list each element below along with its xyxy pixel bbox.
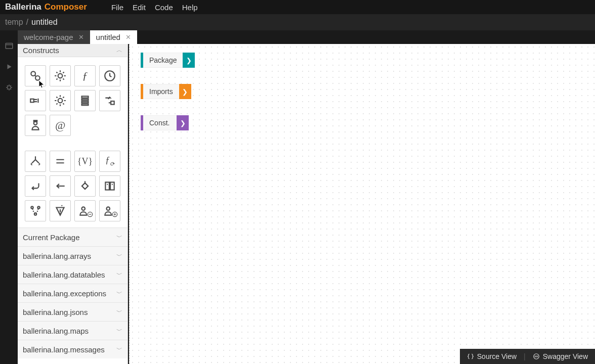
throw-icon[interactable] bbox=[50, 200, 71, 221]
svg-rect-0 bbox=[6, 43, 13, 49]
menu-code[interactable]: Code bbox=[155, 3, 173, 12]
equals-icon[interactable] bbox=[50, 151, 71, 172]
source-view-label: Source View bbox=[477, 352, 517, 360]
annotation-icon[interactable]: @ bbox=[50, 115, 71, 136]
svg-point-7 bbox=[58, 99, 63, 103]
svg-point-23 bbox=[107, 207, 110, 210]
activity-bar bbox=[0, 44, 18, 364]
accordion-maps[interactable]: ballerina.lang.maps﹀ bbox=[18, 321, 128, 340]
svg-rect-14 bbox=[34, 120, 37, 121]
chevron-right-icon[interactable]: ❯ bbox=[177, 115, 189, 130]
worker-receive-icon[interactable] bbox=[99, 200, 120, 221]
svg-rect-9 bbox=[82, 99, 89, 101]
top-menu-bar: Ballerina Composer File Edit Code Help bbox=[0, 0, 595, 14]
tab-welcome-page[interactable]: welcome-page ✕ bbox=[18, 30, 90, 44]
breadcrumb: temp / untitled bbox=[0, 14, 595, 30]
svg-rect-12 bbox=[111, 101, 114, 105]
accordion-arrays[interactable]: ballerina.lang.arrays﹀ bbox=[18, 246, 128, 265]
brand-first: Ballerina bbox=[5, 2, 41, 12]
svg-rect-11 bbox=[82, 104, 89, 106]
accordion-current-package[interactable]: Current Package﹀ bbox=[18, 228, 128, 246]
node-label: Const. bbox=[143, 115, 177, 130]
accordion: Current Package﹀ ballerina.lang.arrays﹀ … bbox=[18, 228, 128, 364]
explorer-icon[interactable] bbox=[5, 41, 14, 52]
tab-untitled[interactable]: untitled ✕ bbox=[90, 30, 137, 44]
braces-icon bbox=[467, 353, 474, 360]
svg-rect-15 bbox=[82, 183, 88, 189]
constructs-header[interactable]: Constructs ︿ bbox=[18, 44, 128, 57]
accordion-exceptions[interactable]: ballerina.lang.exceptions﹀ bbox=[18, 284, 128, 302]
worker-icon[interactable] bbox=[25, 115, 46, 136]
accordion-jsons[interactable]: ballerina.lang.jsons﹀ bbox=[18, 302, 128, 321]
workspace: Constructs ︿ ƒ @ {V} ƒ⟳ bbox=[0, 44, 595, 364]
constructs-grid-1: ƒ @ bbox=[18, 57, 128, 142]
worker-send-icon[interactable] bbox=[74, 200, 96, 221]
svg-rect-17 bbox=[110, 182, 114, 190]
svg-point-1 bbox=[7, 86, 11, 89]
swagger-view-button[interactable]: Swagger View bbox=[533, 352, 588, 360]
gear2-icon[interactable] bbox=[50, 90, 71, 111]
constructs-panel: Constructs ︿ ƒ @ {V} ƒ⟳ bbox=[18, 44, 128, 364]
footer-bar: Source View | Swagger View bbox=[460, 349, 595, 364]
breadcrumb-separator: / bbox=[26, 18, 28, 27]
gear-icon[interactable] bbox=[50, 65, 71, 86]
chevron-up-icon: ︿ bbox=[116, 46, 122, 55]
return-icon[interactable] bbox=[25, 175, 46, 197]
svg-rect-10 bbox=[82, 102, 89, 103]
iterate-icon[interactable] bbox=[74, 175, 96, 197]
close-icon[interactable]: ✕ bbox=[78, 33, 84, 41]
tabs-row: welcome-page ✕ untitled ✕ bbox=[0, 30, 595, 44]
breadcrumb-current: untitled bbox=[31, 18, 58, 27]
svg-rect-8 bbox=[82, 96, 89, 98]
menu-help[interactable]: Help bbox=[182, 3, 198, 12]
svg-rect-6 bbox=[30, 99, 34, 103]
source-view-button[interactable]: Source View bbox=[467, 352, 517, 360]
tab-label: welcome-page bbox=[24, 33, 73, 41]
transform-icon[interactable] bbox=[99, 90, 120, 111]
chevron-right-icon[interactable]: ❯ bbox=[179, 84, 191, 99]
constructs-grid-2: {V} ƒ⟳ bbox=[18, 142, 128, 228]
menu-edit[interactable]: Edit bbox=[133, 3, 146, 12]
run-icon[interactable] bbox=[6, 63, 13, 72]
svg-rect-16 bbox=[105, 182, 109, 190]
node-imports[interactable]: Imports ❯ bbox=[141, 84, 191, 99]
svg-point-3 bbox=[35, 76, 40, 80]
design-canvas[interactable]: Package ❯ Imports ❯ Const. ❯ bbox=[129, 44, 595, 364]
connector-icon[interactable] bbox=[25, 90, 46, 111]
node-package[interactable]: Package ❯ bbox=[141, 53, 195, 68]
variable-icon[interactable]: {V} bbox=[74, 151, 96, 172]
trycatch-icon[interactable] bbox=[99, 175, 120, 197]
debug-icon[interactable] bbox=[5, 83, 13, 94]
svg-point-19 bbox=[37, 206, 39, 208]
table-icon[interactable] bbox=[74, 90, 96, 111]
node-const[interactable]: Const. ❯ bbox=[141, 115, 189, 130]
accordion-messages[interactable]: ballerina.lang.messages﹀ bbox=[18, 340, 128, 358]
menu-file[interactable]: File bbox=[111, 3, 123, 12]
constructs-title: Constructs bbox=[23, 46, 59, 55]
chevron-down-icon: ﹀ bbox=[116, 270, 122, 279]
node-label: Package bbox=[143, 53, 183, 68]
reply-icon[interactable] bbox=[50, 175, 71, 197]
accordion-datatables[interactable]: ballerina.lang.datatables﹀ bbox=[18, 265, 128, 284]
brand-second: Composer bbox=[45, 2, 87, 12]
function-icon[interactable]: ƒ bbox=[74, 65, 96, 86]
chevron-down-icon: ﹀ bbox=[116, 233, 122, 242]
fork-icon[interactable] bbox=[25, 151, 46, 172]
main-menu: File Edit Code Help bbox=[111, 3, 198, 12]
chevron-down-icon: ﹀ bbox=[116, 327, 122, 335]
flow-icon[interactable] bbox=[25, 200, 46, 221]
close-icon[interactable]: ✕ bbox=[125, 33, 131, 41]
chevron-down-icon: ﹀ bbox=[116, 289, 122, 298]
tab-label: untitled bbox=[96, 33, 120, 41]
svg-point-2 bbox=[31, 71, 35, 76]
footer-divider: | bbox=[524, 352, 526, 360]
services-icon[interactable] bbox=[25, 65, 46, 86]
clock-icon[interactable] bbox=[99, 65, 120, 86]
chevron-right-icon[interactable]: ❯ bbox=[183, 53, 195, 68]
node-label: Imports bbox=[143, 84, 179, 99]
svg-point-4 bbox=[58, 74, 63, 78]
app-brand: Ballerina Composer bbox=[5, 2, 87, 12]
function-call-icon[interactable]: ƒ⟳ bbox=[99, 151, 120, 172]
svg-point-21 bbox=[82, 207, 86, 210]
breadcrumb-parent[interactable]: temp bbox=[5, 18, 23, 27]
